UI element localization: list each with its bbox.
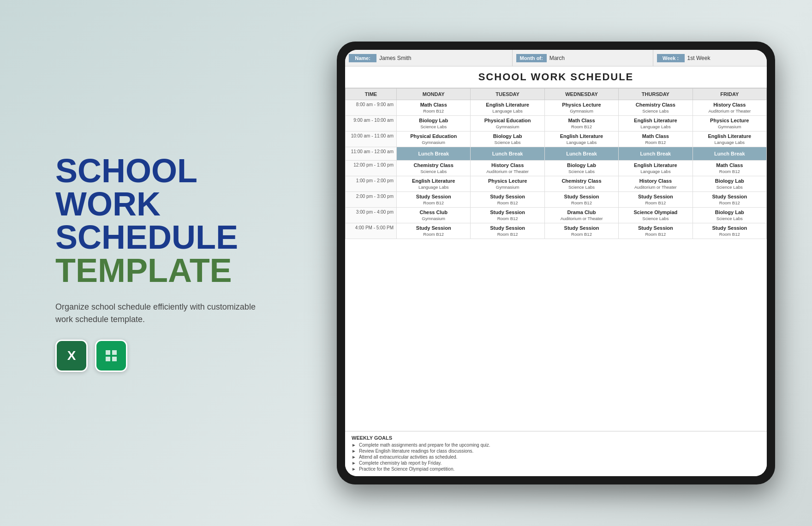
- cell-wednesday-row7: Drama ClubAuditorium or Theater: [544, 208, 618, 223]
- cell-friday-row4: Math ClassRoom B12: [693, 161, 766, 176]
- cell-thursday-row6: Study SessionRoom B12: [619, 192, 693, 208]
- cell-wednesday-row3: Lunch Break: [544, 147, 618, 161]
- cell-tuesday-row7: Study SessionRoom B12: [471, 208, 544, 223]
- goal-arrow-icon: ►: [352, 460, 356, 466]
- goal-arrow-icon: ►: [352, 448, 356, 454]
- cell-thursday-row4: English LiteratureLanguage Labs: [619, 161, 693, 176]
- goal-text: Attend all extracurricular activities as…: [359, 454, 457, 460]
- time-cell: 11:00 am - 12:00 am: [346, 147, 397, 161]
- cell-monday-row0: Math ClassRoom B12: [397, 100, 471, 116]
- title-line3: SCHEDULE: [55, 221, 268, 254]
- time-cell: 8:00 am - 9:00 am: [346, 100, 397, 116]
- schedule-title: SCHOOL WORK SCHEDULE: [345, 71, 767, 83]
- excel-icon[interactable]: X: [55, 340, 88, 372]
- cell-wednesday-row5: Chemistry ClassScience Labs: [544, 176, 618, 192]
- cell-wednesday-row2: English LiteratureLanguage Labs: [544, 132, 618, 147]
- col-header-time: TIME: [346, 89, 397, 100]
- cell-friday-row5: Biology LabScience Labs: [693, 176, 766, 192]
- goal-arrow-icon: ►: [352, 454, 356, 460]
- main-title-block: SCHOOL WORK SCHEDULE TEMPLATE: [55, 154, 268, 287]
- schedule-grid: TIME MONDAY TUESDAY WEDNESDAY THURSDAY F…: [345, 88, 767, 239]
- table-row: 2:00 pm - 3:00 pmStudy SessionRoom B12St…: [346, 192, 767, 208]
- time-cell: 10:00 am - 11:00 am: [346, 132, 397, 147]
- cell-monday-row8: Study SessionRoom B12: [397, 223, 471, 239]
- tablet-device: Name: James Smith Month of: March Week :…: [337, 42, 775, 484]
- time-cell: 2:00 pm - 3:00 pm: [346, 192, 397, 208]
- week-label: Week :: [657, 54, 685, 62]
- cell-friday-row7: Biology LabScience Labs: [693, 208, 766, 223]
- table-row: 1:00 pm - 2:00 pmEnglish LiteratureLangu…: [346, 176, 767, 192]
- col-header-monday: MONDAY: [397, 89, 471, 100]
- cell-wednesday-row1: Math ClassRoom B12: [544, 116, 618, 132]
- month-value: March: [549, 55, 565, 61]
- table-row: 9:00 am - 10:00 amBiology LabScience Lab…: [346, 116, 767, 132]
- svg-rect-3: [112, 357, 117, 361]
- week-cell: Week : 1st Week: [653, 50, 767, 66]
- goal-text: Review English literature readings for c…: [359, 448, 473, 454]
- cell-tuesday-row1: Physical EducationGymnasium: [471, 116, 544, 132]
- cell-tuesday-row6: Study SessionRoom B12: [471, 192, 544, 208]
- cell-monday-row2: Physical EducationGymnasium: [397, 132, 471, 147]
- table-row: 10:00 am - 11:00 amPhysical EducationGym…: [346, 132, 767, 147]
- cell-monday-row4: Chemistry ClassScience Labs: [397, 161, 471, 176]
- goal-item: ►Attend all extracurricular activities a…: [352, 454, 760, 460]
- goal-item: ►Complete math assignments and prepare f…: [352, 442, 760, 448]
- title-line2: WORK: [55, 187, 268, 221]
- goal-arrow-icon: ►: [352, 442, 356, 448]
- cell-wednesday-row6: Study SessionRoom B12: [544, 192, 618, 208]
- cell-monday-row6: Study SessionRoom B12: [397, 192, 471, 208]
- name-cell: Name: James Smith: [345, 50, 513, 66]
- tablet-screen: Name: James Smith Month of: March Week :…: [345, 50, 767, 476]
- svg-rect-1: [112, 350, 117, 355]
- goal-item: ►Practice for the Science Olympiad compe…: [352, 466, 760, 472]
- cell-friday-row0: History ClassAuditorium or Theater: [693, 100, 766, 116]
- col-header-wednesday: WEDNESDAY: [544, 89, 618, 100]
- description-text: Organize school schedule efficiently wit…: [55, 301, 268, 326]
- schedule-table: TIME MONDAY TUESDAY WEDNESDAY THURSDAY F…: [345, 88, 767, 431]
- cell-tuesday-row3: Lunch Break: [471, 147, 544, 161]
- cell-thursday-row7: Science OlympiadScience Labs: [619, 208, 693, 223]
- cell-thursday-row8: Study SessionRoom B12: [619, 223, 693, 239]
- schedule-title-row: SCHOOL WORK SCHEDULE: [345, 66, 767, 88]
- title-line1: SCHOOL: [55, 154, 268, 187]
- week-value: 1st Week: [687, 55, 710, 61]
- cell-monday-row7: Chess ClubGymnasium: [397, 208, 471, 223]
- header-row: TIME MONDAY TUESDAY WEDNESDAY THURSDAY F…: [346, 89, 767, 100]
- goals-list: ►Complete math assignments and prepare f…: [352, 442, 760, 472]
- name-label: Name:: [349, 54, 376, 62]
- info-header-row: Name: James Smith Month of: March Week :…: [345, 50, 767, 66]
- table-row: 11:00 am - 12:00 amLunch BreakLunch Brea…: [346, 147, 767, 161]
- name-value: James Smith: [379, 55, 411, 61]
- month-label: Month of:: [516, 54, 547, 62]
- app-icons-row: X: [55, 340, 268, 372]
- cell-thursday-row5: History ClassAuditorium or Theater: [619, 176, 693, 192]
- cell-monday-row5: English LiteratureLanguage Labs: [397, 176, 471, 192]
- cell-tuesday-row5: Physics LectureGymnasium: [471, 176, 544, 192]
- cell-friday-row2: English LiteratureLanguage Labs: [693, 132, 766, 147]
- table-row: 3:00 pm - 4:00 pmChess ClubGymnasiumStud…: [346, 208, 767, 223]
- cell-thursday-row1: English LiteratureLanguage Labs: [619, 116, 693, 132]
- goals-title: WEEKLY GOALS: [352, 435, 760, 441]
- page-container: SCHOOL WORK SCHEDULE TEMPLATE Organize s…: [37, 32, 775, 494]
- time-cell: 9:00 am - 10:00 am: [346, 116, 397, 132]
- col-header-friday: FRIDAY: [693, 89, 766, 100]
- goal-arrow-icon: ►: [352, 466, 356, 472]
- cell-thursday-row3: Lunch Break: [619, 147, 693, 161]
- sheets-icon[interactable]: [95, 340, 127, 372]
- cell-wednesday-row4: Biology LabScience Labs: [544, 161, 618, 176]
- cell-monday-row3: Lunch Break: [397, 147, 471, 161]
- time-cell: 3:00 pm - 4:00 pm: [346, 208, 397, 223]
- subtitle: TEMPLATE: [55, 254, 268, 287]
- svg-rect-2: [106, 357, 110, 361]
- cell-wednesday-row0: Physics LectureGymnasium: [544, 100, 618, 116]
- weekly-goals-section: WEEKLY GOALS ►Complete math assignments …: [345, 431, 767, 476]
- cell-tuesday-row2: Biology LabScience Labs: [471, 132, 544, 147]
- svg-rect-0: [106, 350, 110, 355]
- left-side: SCHOOL WORK SCHEDULE TEMPLATE Organize s…: [37, 154, 268, 372]
- cell-friday-row3: Lunch Break: [693, 147, 766, 161]
- table-row: 12:00 pm - 1:00 pmChemistry ClassScience…: [346, 161, 767, 176]
- col-header-tuesday: TUESDAY: [471, 89, 544, 100]
- goal-item: ►Complete chemistry lab report by Friday…: [352, 460, 760, 466]
- cell-wednesday-row8: Study SessionRoom B12: [544, 223, 618, 239]
- cell-friday-row1: Physics LectureGymnasium: [693, 116, 766, 132]
